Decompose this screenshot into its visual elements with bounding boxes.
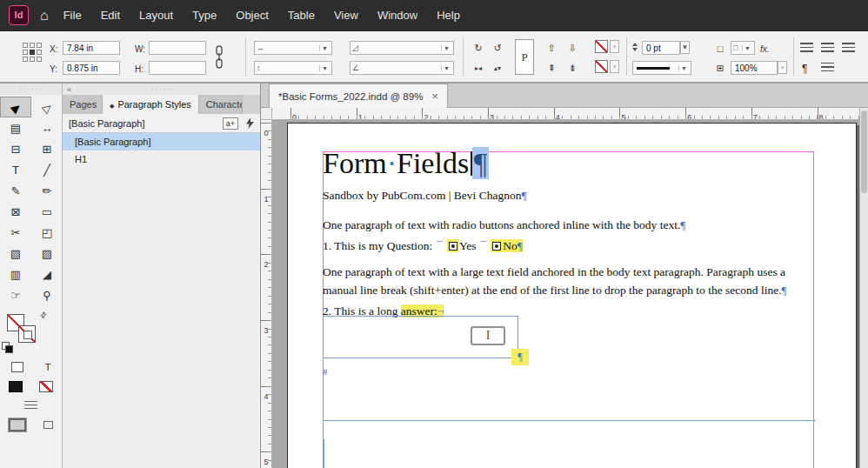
menu-item[interactable]: Table [278, 0, 324, 31]
menu-item[interactable]: File [54, 0, 91, 31]
doc-question-line[interactable]: 1. This is my Question:¯Yes¯No¶ [323, 237, 523, 255]
doc-byline[interactable]: Sandbox by PubCom.com | Bevi Chagnon¶ [323, 186, 527, 204]
document-canvas[interactable]: Form·Fields¶ Sandbox by PubCom.com | Bev… [272, 120, 859, 468]
rectangle-tool[interactable]: ▭ [31, 201, 63, 222]
fill-color-swatch[interactable] [595, 40, 608, 53]
fit-content-button[interactable]: ⊞ [711, 61, 729, 76]
menu-item[interactable]: Object [226, 0, 278, 31]
select-next-object-button[interactable]: ⇟ [564, 61, 581, 76]
document-tab[interactable]: *Basic Forms_2022.indd @ 89% × [269, 84, 448, 108]
swap-fill-stroke-icon[interactable]: ⇄ [38, 310, 49, 320]
scale-x-combo[interactable]: ↔▼ [254, 41, 332, 55]
tab-paragraph-styles[interactable]: ◆Paragraph Styles [103, 95, 199, 114]
horizontal-ruler[interactable]: 012345678 [272, 108, 859, 120]
eyedropper-tool[interactable]: ◢ [31, 264, 63, 284]
apply-gradient-icon[interactable] [24, 401, 37, 410]
ruler-origin-corner[interactable] [261, 108, 272, 120]
rectangle-frame-tool[interactable]: ⊠ [0, 201, 31, 222]
scale-y-combo[interactable]: ↕▼ [254, 61, 332, 75]
doc-paragraph-1[interactable]: One paragraph of text with radio buttons… [323, 216, 685, 234]
radio-field-no[interactable]: No¶ [491, 239, 523, 252]
menu-item[interactable]: Type [183, 0, 226, 31]
align-justify-button[interactable] [842, 43, 855, 52]
formatting-affects-text-button[interactable]: T [45, 362, 51, 372]
align-center-button[interactable] [821, 43, 834, 52]
style-override-highlighter-icon[interactable] [246, 117, 254, 129]
constrain-dimensions-icon[interactable] [214, 44, 224, 74]
content-collector-tool[interactable]: ⊟ [0, 138, 31, 159]
hand-tool[interactable]: ☞ [0, 284, 31, 305]
type-tool[interactable]: T [0, 159, 31, 180]
doc-paragraph-2[interactable]: One paragraph of text with a large text … [323, 263, 816, 299]
rotate-cw-button[interactable]: ↻ [470, 41, 487, 56]
stroke-color-flyout[interactable]: › [610, 60, 619, 73]
paragraph-spacing-icon[interactable]: ¶ [802, 63, 807, 75]
flip-horizontal-button[interactable]: ▸◂ [470, 61, 487, 76]
default-fill-stroke-icon[interactable] [2, 342, 13, 353]
style-list-item[interactable]: H1 [63, 150, 260, 168]
free-transform-tool[interactable]: ◰ [31, 222, 63, 243]
rotation-angle-combo[interactable]: ◿▼ [350, 41, 454, 55]
note-tool[interactable]: ▥ [0, 264, 31, 284]
tab-pages[interactable]: Pages [63, 95, 103, 114]
vertical-ruler[interactable]: 012345 [261, 120, 272, 468]
stroke-swatch[interactable] [18, 325, 36, 343]
radio-field-yes[interactable] [447, 239, 459, 252]
x-input[interactable] [63, 41, 120, 55]
direct-selection-tool[interactable]: ▷ [31, 97, 63, 117]
stroke-weight-stepper[interactable] [632, 43, 638, 51]
stroke-color-swatch[interactable] [595, 60, 608, 73]
select-content-button[interactable]: ⇩ [564, 41, 581, 56]
content-placer-tool[interactable]: ⊞ [31, 138, 63, 159]
scrollbar-thumb[interactable] [861, 110, 867, 193]
collapse-dock-button[interactable]: « [67, 85, 71, 94]
fill-color-flyout[interactable]: › [610, 40, 619, 53]
screen-mode-normal-button[interactable] [9, 418, 26, 431]
shear-angle-combo[interactable]: ∠▼ [350, 61, 454, 75]
select-previous-object-button[interactable]: ⇞ [543, 61, 560, 76]
tab-character-styles[interactable]: Character Styles [199, 95, 243, 114]
radio-button-icon[interactable] [492, 242, 501, 251]
screen-mode-preview-button[interactable] [43, 421, 53, 429]
stroke-weight-input[interactable] [642, 41, 680, 55]
gap-tool[interactable]: ↔ [31, 117, 63, 138]
clear-overrides-button[interactable]: a+ [223, 117, 238, 130]
view-zoom-flyout[interactable]: › [778, 61, 787, 74]
dock-grip[interactable]: ······ [151, 85, 176, 93]
menu-item[interactable]: Window [368, 0, 427, 31]
h-input[interactable] [149, 61, 206, 75]
baseline-options-button[interactable] [821, 63, 834, 72]
align-left-button[interactable] [800, 43, 813, 52]
menu-item[interactable]: View [324, 0, 368, 31]
corner-options-button[interactable]: □ [711, 41, 729, 56]
style-list-item[interactable]: [Basic Paragraph] [63, 133, 260, 150]
w-input[interactable] [149, 41, 206, 55]
gradient-swatch-tool[interactable]: ▧ [0, 243, 31, 264]
zoom-tool[interactable]: ⚲ [31, 284, 63, 305]
page[interactable]: Form·Fields¶ Sandbox by PubCom.com | Bev… [287, 123, 857, 468]
flip-vertical-button[interactable]: ▴▾ [489, 61, 506, 76]
vertical-scrollbar[interactable] [859, 108, 868, 468]
menu-item[interactable]: Help [427, 0, 470, 31]
reference-point-proxy[interactable] [23, 43, 42, 62]
menu-item[interactable]: Layout [130, 0, 183, 31]
text-field-icon[interactable]: I [471, 326, 505, 345]
effects-button[interactable]: fx. [760, 44, 770, 54]
close-icon[interactable]: × [431, 90, 438, 103]
stroke-weight-dropdown[interactable]: ▼ [680, 41, 690, 54]
home-icon[interactable]: ⌂ [40, 8, 49, 23]
rotate-ccw-button[interactable]: ↺ [489, 41, 506, 56]
stroke-type-combo[interactable]: ▼ [632, 61, 691, 75]
select-container-button[interactable]: ⇧ [543, 41, 560, 56]
scissors-tool[interactable]: ✂ [0, 222, 31, 243]
y-input[interactable] [63, 61, 120, 75]
doc-title-line[interactable]: Form·Fields¶ [323, 146, 489, 181]
tools-panel-grip[interactable]: ······ [0, 84, 62, 95]
menu-item[interactable]: Edit [91, 0, 130, 31]
page-tool[interactable]: ▤ [0, 117, 31, 138]
pen-tool[interactable]: ✎ [0, 180, 31, 201]
apply-none-button[interactable] [39, 381, 53, 392]
apply-color-button[interactable] [9, 381, 23, 392]
selection-tool[interactable]: ▶ [0, 97, 31, 117]
formatting-affects-container-button[interactable] [11, 362, 23, 372]
